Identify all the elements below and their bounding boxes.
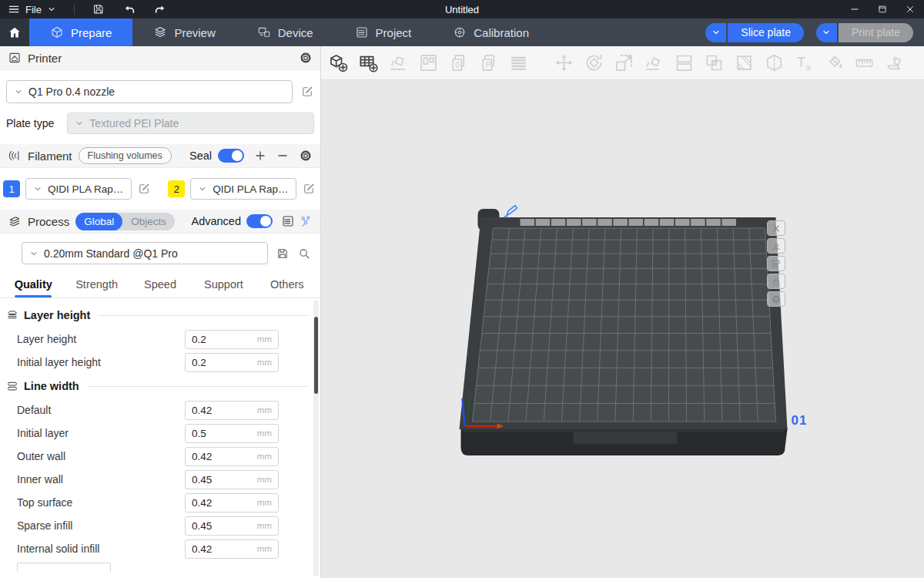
titlebar: File Untitled bbox=[0, 0, 924, 18]
arrange-plate-button[interactable] bbox=[767, 256, 785, 271]
tab-prepare[interactable]: Prepare bbox=[29, 18, 132, 46]
setting-input[interactable]: 0.45mm bbox=[185, 516, 279, 536]
settings-scroll-area: Layer heightLayer height0.2mmInitial lay… bbox=[0, 298, 320, 578]
home-button[interactable] bbox=[0, 18, 29, 46]
build-plate[interactable]: 01 bbox=[321, 80, 924, 578]
setting-input[interactable]: 0.42mm bbox=[185, 447, 279, 466]
print-plate-button: Print plate bbox=[839, 23, 913, 42]
setting-unit: mm bbox=[257, 521, 272, 530]
filament-section-title: Filament bbox=[28, 150, 72, 163]
tab-preview[interactable]: Preview bbox=[132, 18, 236, 46]
seal-toggle[interactable] bbox=[218, 149, 244, 163]
canvas-3d[interactable]: 01 bbox=[321, 80, 924, 578]
close-button[interactable] bbox=[896, 0, 924, 18]
scrollbar-thumb[interactable] bbox=[314, 317, 318, 394]
delete-plate-button[interactable] bbox=[767, 220, 785, 236]
remove-filament-button[interactable] bbox=[276, 150, 289, 162]
preview-icon bbox=[153, 25, 167, 39]
layer-height-icon bbox=[6, 309, 18, 321]
process-tab-quality[interactable]: Quality bbox=[2, 271, 65, 297]
setting-input[interactable]: 0.2mm bbox=[185, 353, 279, 372]
slice-options-button[interactable] bbox=[705, 23, 726, 42]
setting-input[interactable]: 0.45mm bbox=[185, 470, 279, 489]
process-tab-strength[interactable]: Strength bbox=[65, 271, 128, 297]
search-settings-button[interactable] bbox=[297, 247, 311, 260]
filament-settings-gear-icon[interactable] bbox=[299, 149, 313, 163]
add-plate-icon[interactable] bbox=[358, 52, 379, 73]
process-tab-speed[interactable]: Speed bbox=[129, 271, 192, 297]
filament-1-badge[interactable]: 1 bbox=[3, 180, 20, 197]
add-model-icon[interactable] bbox=[328, 52, 349, 73]
edit-filament-1-button[interactable] bbox=[137, 182, 151, 196]
add-filament-button[interactable] bbox=[254, 150, 266, 162]
plate-action-buttons bbox=[767, 220, 785, 307]
setting-input[interactable]: 0.42mm bbox=[185, 539, 279, 559]
setting-input[interactable]: 0.42mm bbox=[185, 493, 279, 512]
tab-label: Calibration bbox=[474, 26, 529, 39]
menu-icon[interactable] bbox=[8, 3, 20, 15]
filament-2-dropdown[interactable]: QIDI PLA Rapido M... bbox=[190, 178, 296, 200]
process-preset-value: 0.20mm Standard @Q1 Pro bbox=[44, 247, 178, 260]
tabbar-spacer bbox=[550, 18, 705, 46]
setting-value: 0.45 bbox=[192, 520, 257, 532]
plate-settings-button[interactable] bbox=[767, 291, 785, 307]
setting-row-cutoff bbox=[6, 563, 320, 572]
segment-global[interactable]: Global bbox=[75, 213, 122, 230]
tab-label: Preview bbox=[174, 26, 215, 39]
slice-plate-button[interactable]: Slice plate bbox=[728, 23, 804, 42]
setting-label: Initial layer bbox=[17, 427, 185, 439]
setting-input[interactable]: 0.5mm bbox=[185, 424, 279, 443]
save-button[interactable] bbox=[92, 3, 105, 15]
setting-value: 0.45 bbox=[192, 474, 257, 486]
edit-printer-button[interactable] bbox=[300, 85, 314, 99]
segment-objects[interactable]: Objects bbox=[122, 213, 175, 230]
plate-type-dropdown[interactable]: Textured PEI Plate bbox=[67, 113, 314, 134]
tab-project[interactable]: Project bbox=[334, 18, 433, 46]
save-preset-button[interactable] bbox=[276, 247, 290, 260]
printer-preset-dropdown[interactable]: Q1 Pro 0.4 nozzle bbox=[6, 80, 293, 103]
process-preset-dropdown[interactable]: 0.20mm Standard @Q1 Pro bbox=[22, 242, 268, 264]
maximize-button[interactable] bbox=[869, 0, 896, 18]
compare-presets-icon[interactable] bbox=[299, 214, 313, 228]
setting-unit: mm bbox=[257, 428, 272, 438]
chevron-down-icon bbox=[198, 184, 207, 193]
device-icon bbox=[257, 25, 271, 39]
process-tab-others[interactable]: Others bbox=[256, 271, 319, 297]
setting-row: Default0.42mm bbox=[6, 398, 320, 422]
redo-button[interactable] bbox=[154, 3, 166, 15]
main-tabs: PreparePreviewDeviceProjectCalibration bbox=[29, 18, 550, 46]
cut-icon bbox=[764, 52, 785, 73]
parameter-list-icon[interactable] bbox=[281, 214, 295, 228]
orient-plate-button[interactable] bbox=[767, 238, 785, 254]
setting-input[interactable] bbox=[17, 563, 111, 572]
move-icon bbox=[554, 52, 574, 73]
tab-calibration[interactable]: Calibration bbox=[432, 18, 550, 46]
viewport: 0PTa 01 bbox=[321, 46, 924, 578]
lock-plate-button[interactable] bbox=[767, 274, 785, 289]
viewport-toolbar: 0PTa bbox=[321, 46, 924, 80]
undo-button[interactable] bbox=[123, 3, 136, 15]
plate-settings-icon bbox=[771, 294, 782, 304]
file-menu-chevron-icon[interactable] bbox=[47, 5, 56, 14]
setting-unit: mm bbox=[257, 498, 272, 507]
split-icon bbox=[674, 52, 695, 73]
filament-2-badge[interactable]: 2 bbox=[168, 180, 185, 197]
setting-input[interactable]: 0.2mm bbox=[185, 330, 279, 349]
advanced-toggle[interactable] bbox=[246, 214, 273, 228]
tab-device[interactable]: Device bbox=[236, 18, 334, 46]
printer-settings-gear-icon[interactable] bbox=[299, 51, 313, 65]
process-tab-support[interactable]: Support bbox=[192, 271, 255, 297]
setting-label: Layer height bbox=[17, 333, 185, 345]
setting-input[interactable]: 0.42mm bbox=[185, 401, 279, 420]
file-menu[interactable]: File bbox=[25, 4, 42, 15]
seam-icon bbox=[884, 52, 905, 73]
print-options-button[interactable] bbox=[816, 23, 837, 42]
edit-filament-2-button[interactable] bbox=[302, 182, 316, 196]
filament-1-dropdown[interactable]: QIDI PLA Rapido bbox=[25, 178, 132, 200]
layers-icon bbox=[508, 52, 529, 73]
setting-label: Internal solid infill bbox=[17, 543, 185, 555]
chevron-down-icon bbox=[822, 28, 831, 37]
filament-icon bbox=[8, 149, 22, 163]
flushing-volumes-button[interactable]: Flushing volumes bbox=[79, 147, 172, 164]
minimize-button[interactable] bbox=[841, 0, 869, 18]
